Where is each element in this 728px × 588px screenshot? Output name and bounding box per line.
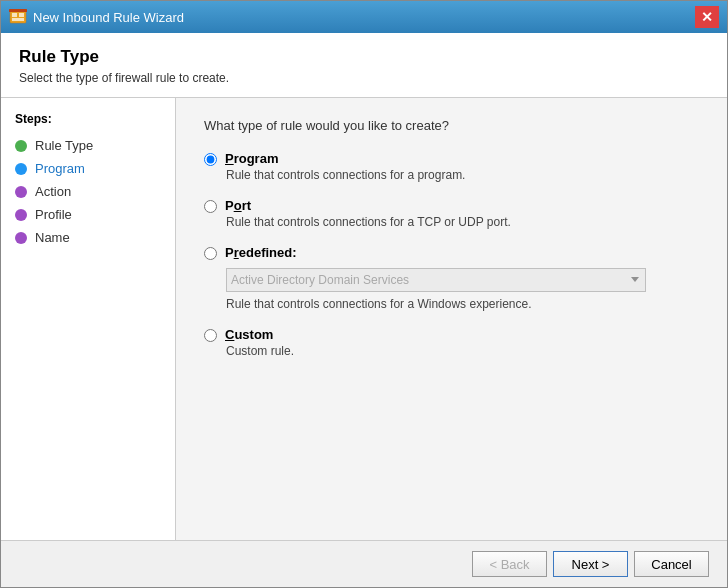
sidebar-item-name[interactable]: Name [1, 226, 175, 249]
dot-green-icon [15, 140, 27, 152]
option-label-port[interactable]: Port [225, 198, 251, 213]
sidebar-item-label-profile: Profile [35, 207, 72, 222]
option-label-predefined[interactable]: Predefined: [225, 245, 297, 260]
radio-program[interactable] [204, 153, 217, 166]
option-label-program[interactable]: Program [225, 151, 278, 166]
sidebar-item-label-action: Action [35, 184, 71, 199]
cancel-button[interactable]: Cancel [634, 551, 709, 577]
sidebar-item-rule-type[interactable]: Rule Type [1, 134, 175, 157]
dot-purple-icon-profile [15, 209, 27, 221]
main-panel: What type of rule would you like to crea… [176, 98, 727, 540]
option-custom: Custom Custom rule. [204, 327, 699, 358]
sidebar-item-label-rule-type: Rule Type [35, 138, 93, 153]
next-button[interactable]: Next > [553, 551, 628, 577]
page-title: Rule Type [19, 47, 709, 67]
sidebar: Steps: Rule Type Program Action Profile … [1, 98, 176, 540]
option-desc-predefined: Rule that controls connections for a Win… [226, 297, 699, 311]
content-area: Steps: Rule Type Program Action Profile … [1, 98, 727, 540]
svg-rect-4 [9, 9, 27, 12]
svg-rect-3 [12, 18, 24, 21]
option-predefined: Predefined: Active Directory Domain Serv… [204, 245, 699, 311]
sidebar-item-label-name: Name [35, 230, 70, 245]
question-text: What type of rule would you like to crea… [204, 118, 699, 133]
option-port: Port Rule that controls connections for … [204, 198, 699, 229]
footer: < Back Next > Cancel [1, 540, 727, 587]
option-program: Program Rule that controls connections f… [204, 151, 699, 182]
back-button[interactable]: < Back [472, 551, 547, 577]
radio-port[interactable] [204, 200, 217, 213]
dot-purple-icon-name [15, 232, 27, 244]
radio-predefined[interactable] [204, 247, 217, 260]
dot-blue-icon [15, 163, 27, 175]
dot-purple-icon-action [15, 186, 27, 198]
option-desc-custom: Custom rule. [226, 344, 699, 358]
sidebar-item-label-program: Program [35, 161, 85, 176]
firewall-icon [9, 8, 27, 26]
sidebar-item-action[interactable]: Action [1, 180, 175, 203]
svg-rect-1 [12, 13, 17, 17]
sidebar-item-program[interactable]: Program [1, 157, 175, 180]
title-bar: New Inbound Rule Wizard ✕ [1, 1, 727, 33]
sidebar-item-profile[interactable]: Profile [1, 203, 175, 226]
option-label-custom[interactable]: Custom [225, 327, 273, 342]
option-desc-program: Rule that controls connections for a pro… [226, 168, 699, 182]
option-desc-port: Rule that controls connections for a TCP… [226, 215, 699, 229]
svg-rect-2 [19, 13, 24, 17]
title-bar-text: New Inbound Rule Wizard [33, 10, 695, 25]
wizard-window: New Inbound Rule Wizard ✕ Rule Type Sele… [0, 0, 728, 588]
page-subtitle: Select the type of firewall rule to crea… [19, 71, 709, 85]
page-header: Rule Type Select the type of firewall ru… [1, 33, 727, 98]
steps-label: Steps: [1, 108, 175, 134]
radio-custom[interactable] [204, 329, 217, 342]
predefined-dropdown[interactable]: Active Directory Domain Services [226, 268, 646, 292]
close-button[interactable]: ✕ [695, 6, 719, 28]
